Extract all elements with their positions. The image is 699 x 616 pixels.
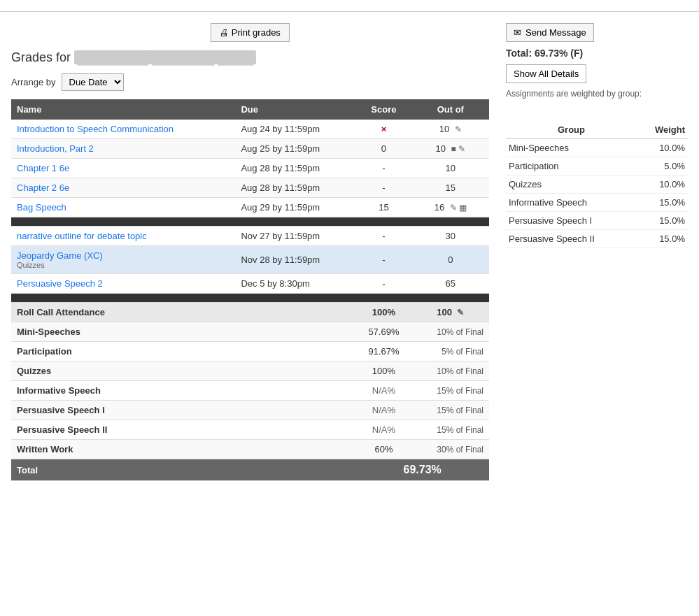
due-date: Dec 5 by 8:30pm bbox=[235, 274, 355, 294]
weight-row: Informative Speech15.0% bbox=[506, 194, 688, 212]
envelope-icon: ✉ bbox=[514, 27, 521, 38]
weight-value: 15.0% bbox=[637, 230, 688, 248]
summary-note: 10% of Final bbox=[412, 322, 489, 342]
due-date: Aug 28 by 11:59pm bbox=[235, 159, 355, 178]
summary-row: Roll Call Attendance100%100 ✎ bbox=[11, 303, 489, 322]
summary-icon[interactable]: ✎ bbox=[455, 308, 464, 317]
total-row: Total69.73% bbox=[11, 459, 489, 481]
row-icons[interactable]: ✎ bbox=[452, 124, 461, 134]
score-cell: - bbox=[355, 159, 411, 178]
summary-note: 15% of Final bbox=[412, 420, 489, 440]
summary-name: Participation bbox=[11, 342, 235, 361]
table-row: Bag SpeechAug 29 by 11:59pm1516 ✎ ▦ bbox=[11, 198, 489, 217]
score-cell: - bbox=[355, 227, 411, 246]
table-row: Introduction, Part 2Aug 25 by 11:59pm010… bbox=[11, 139, 489, 159]
arrange-by-label: Arrange by bbox=[11, 77, 56, 87]
total-display: Total: 69.73% (F) bbox=[506, 48, 583, 59]
table-row: narrative outline for debate topicNov 27… bbox=[11, 227, 489, 246]
weight-group: Participation bbox=[506, 157, 637, 176]
due-date: Aug 29 by 11:59pm bbox=[235, 198, 355, 217]
score-cell: - bbox=[355, 274, 411, 294]
due-date: Aug 25 by 11:59pm bbox=[235, 139, 355, 159]
student-name: ████████ ███████ ████ bbox=[74, 50, 256, 64]
summary-note: 10% of Final bbox=[412, 361, 489, 381]
summary-name: Written Work bbox=[11, 440, 235, 459]
col-name: Name bbox=[11, 99, 235, 120]
score-cell: - bbox=[355, 178, 411, 198]
assignment-link[interactable]: Bag Speech bbox=[17, 202, 66, 213]
summary-row: Quizzes100%10% of Final bbox=[11, 361, 489, 381]
col-score: Score bbox=[355, 99, 411, 120]
outof-cell: 16 ✎ ▦ bbox=[412, 198, 489, 217]
show-details-label: Show All Details bbox=[514, 69, 579, 79]
assignment-link[interactable]: Jeopardy Game (XC) bbox=[17, 250, 103, 261]
score-cell: 0 bbox=[355, 139, 411, 159]
weight-row: Mini-Speeches10.0% bbox=[506, 139, 688, 157]
weight-col-group: Group bbox=[506, 121, 637, 139]
table-row: Introduction to Speech CommunicationAug … bbox=[11, 120, 489, 139]
weight-group: Persuasive Speech I bbox=[506, 212, 637, 230]
score-cell: 15 bbox=[355, 198, 411, 217]
summary-name: Persuasive Speech II bbox=[11, 420, 235, 440]
due-date: Nov 27 by 11:59pm bbox=[235, 227, 355, 246]
due-date: Aug 28 by 11:59pm bbox=[235, 178, 355, 198]
row-icons[interactable]: ✎ ▦ bbox=[447, 203, 467, 213]
outof-cell: 15 bbox=[412, 178, 489, 198]
weight-col-weight: Weight bbox=[637, 121, 688, 139]
weighted-note: Assignments are weighted by group: bbox=[506, 89, 642, 99]
assignment-link[interactable]: Chapter 1 6e bbox=[17, 163, 69, 173]
score-cell: × bbox=[355, 120, 411, 139]
print-grades-button[interactable]: 🖨 Print grades bbox=[211, 23, 290, 42]
table-divider bbox=[11, 217, 489, 227]
summary-name: Quizzes bbox=[11, 361, 235, 381]
weight-value: 15.0% bbox=[637, 194, 688, 212]
table-header-row: Name Due Score Out of bbox=[11, 99, 489, 120]
send-message-button[interactable]: ✉ Send Message bbox=[506, 23, 594, 42]
row-icons[interactable]: ■ ✎ bbox=[449, 144, 465, 154]
table-row: Chapter 2 6eAug 28 by 11:59pm-15 bbox=[11, 178, 489, 198]
summary-score: 57.69% bbox=[355, 322, 411, 342]
outof-cell: 10 ■ ✎ bbox=[412, 139, 489, 159]
show-all-details-button[interactable]: Show All Details bbox=[506, 64, 586, 83]
arrange-by-select[interactable]: Due Date bbox=[62, 73, 124, 91]
table-row: Jeopardy Game (XC)QuizzesNov 28 by 11:59… bbox=[11, 246, 489, 274]
outof-cell: 65 bbox=[412, 274, 489, 294]
print-grades-label: Print grades bbox=[232, 27, 281, 38]
table-row: Chapter 1 6eAug 28 by 11:59pm-10 bbox=[11, 159, 489, 178]
summary-note: 5% of Final bbox=[412, 342, 489, 361]
assignment-sublabel: Quizzes bbox=[17, 261, 230, 269]
weight-row: Persuasive Speech I15.0% bbox=[506, 212, 688, 230]
print-icon: 🖨 bbox=[220, 27, 229, 38]
summary-note: 30% of Final bbox=[412, 440, 489, 459]
weight-group: Quizzes bbox=[506, 176, 637, 194]
summary-score: N/A% bbox=[355, 401, 411, 420]
weight-group: Mini-Speeches bbox=[506, 139, 637, 157]
due-date: Aug 24 by 11:59pm bbox=[235, 120, 355, 139]
assignment-link[interactable]: Persuasive Speech 2 bbox=[17, 278, 103, 289]
summary-name: Persuasive Speech I bbox=[11, 401, 235, 420]
total-score: 69.73% bbox=[355, 459, 489, 481]
weight-value: 15.0% bbox=[637, 212, 688, 230]
weight-table: Group Weight Mini-Speeches10.0%Participa… bbox=[506, 121, 688, 248]
summary-row: Persuasive Speech IIN/A%15% of Final bbox=[11, 420, 489, 440]
outof-cell: 10 ✎ bbox=[412, 120, 489, 139]
weight-value: 5.0% bbox=[637, 157, 688, 176]
col-due: Due bbox=[235, 99, 355, 120]
summary-note: 15% of Final bbox=[412, 401, 489, 420]
summary-row: Mini-Speeches57.69%10% of Final bbox=[11, 322, 489, 342]
summary-row: Persuasive Speech IN/A%15% of Final bbox=[11, 401, 489, 420]
assignment-link[interactable]: narrative outline for debate topic bbox=[17, 231, 147, 241]
summary-row: Written Work60%30% of Final bbox=[11, 440, 489, 459]
assignment-link[interactable]: Introduction, Part 2 bbox=[17, 143, 94, 154]
assignment-link[interactable]: Introduction to Speech Communication bbox=[17, 124, 174, 134]
summary-name: Informative Speech bbox=[11, 381, 235, 401]
assignment-link[interactable]: Chapter 2 6e bbox=[17, 182, 69, 193]
page-title: Grades for ████████ ███████ ████ bbox=[11, 50, 489, 65]
score-cell: - bbox=[355, 246, 411, 274]
weight-value: 10.0% bbox=[637, 176, 688, 194]
summary-score: N/A% bbox=[355, 381, 411, 401]
weight-value: 10.0% bbox=[637, 139, 688, 157]
due-date: Nov 28 by 11:59pm bbox=[235, 246, 355, 274]
send-message-label: Send Message bbox=[525, 27, 586, 38]
summary-score: 60% bbox=[355, 440, 411, 459]
